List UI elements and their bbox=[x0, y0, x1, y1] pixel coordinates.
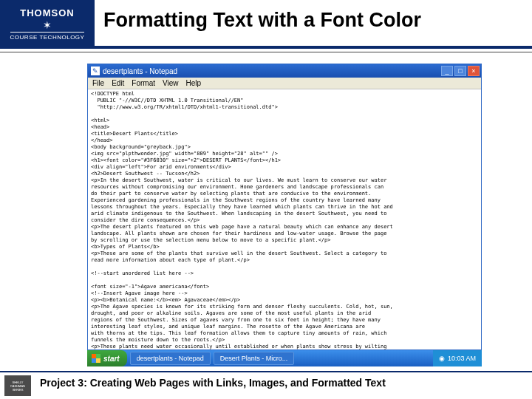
notepad-titlebar[interactable]: ✎ desertplants - Notepad _ □ × bbox=[88, 64, 481, 78]
taskbar-task-notepad[interactable]: desertplants - Notepad bbox=[130, 352, 211, 365]
start-label: start bbox=[103, 355, 120, 363]
header-rule-thick bbox=[0, 46, 532, 49]
slide-footer: SHELLY CASHMAN SERIES Project 3: Creatin… bbox=[0, 371, 532, 389]
footer-caption: Project 3: Creating Web Pages with Links… bbox=[40, 377, 532, 389]
system-tray[interactable]: ◉ 10:03 AM bbox=[433, 350, 482, 366]
tray-clock: 10:03 AM bbox=[448, 355, 476, 362]
notepad-window: ✎ desertplants - Notepad _ □ × File Edit… bbox=[87, 64, 482, 350]
menu-edit[interactable]: Edit bbox=[112, 80, 124, 86]
minimize-button[interactable]: _ bbox=[441, 66, 453, 76]
notepad-text-area[interactable]: <!DOCTYPE html PUBLIC "-//W3C//DTD XHTML… bbox=[88, 89, 481, 349]
taskbar-task-browser[interactable]: Desert Plants - Micro... bbox=[214, 352, 295, 365]
windows-flag-icon bbox=[92, 354, 100, 363]
tray-volume-icon: ◉ bbox=[439, 355, 445, 362]
menu-file[interactable]: File bbox=[92, 80, 104, 86]
menu-help[interactable]: Help bbox=[186, 80, 202, 86]
taskbar-task-label: desertplants - Notepad bbox=[137, 355, 204, 362]
star-icon: ✶ bbox=[43, 20, 52, 30]
thomson-logo: THOMSON ✶ COURSE TECHNOLOGY bbox=[0, 0, 95, 47]
maximize-button[interactable]: □ bbox=[454, 66, 466, 76]
course-technology-wordmark: COURSE TECHNOLOGY bbox=[10, 32, 85, 41]
thomson-wordmark: THOMSON bbox=[20, 7, 74, 18]
notepad-app-icon: ✎ bbox=[91, 66, 100, 75]
windows-taskbar: start desertplants - Notepad Desert Plan… bbox=[87, 350, 482, 366]
series-logo-bot: SERIES bbox=[13, 388, 24, 392]
notepad-title-text: desertplants - Notepad bbox=[103, 68, 441, 75]
notepad-menubar: File Edit Format View Help bbox=[88, 78, 481, 89]
slide-header-band: THOMSON ✶ COURSE TECHNOLOGY Formatting T… bbox=[0, 0, 532, 47]
menu-view[interactable]: View bbox=[163, 80, 179, 86]
shelly-cashman-logo: SHELLY CASHMAN SERIES bbox=[4, 375, 31, 396]
slide-title: Formatting Text with a Font Color bbox=[103, 9, 421, 32]
close-button[interactable]: × bbox=[468, 66, 480, 76]
header-rule-thin bbox=[0, 52, 532, 52]
menu-format[interactable]: Format bbox=[132, 80, 155, 86]
start-button[interactable]: start bbox=[87, 350, 127, 366]
taskbar-task-label: Desert Plants - Micro... bbox=[220, 355, 288, 362]
